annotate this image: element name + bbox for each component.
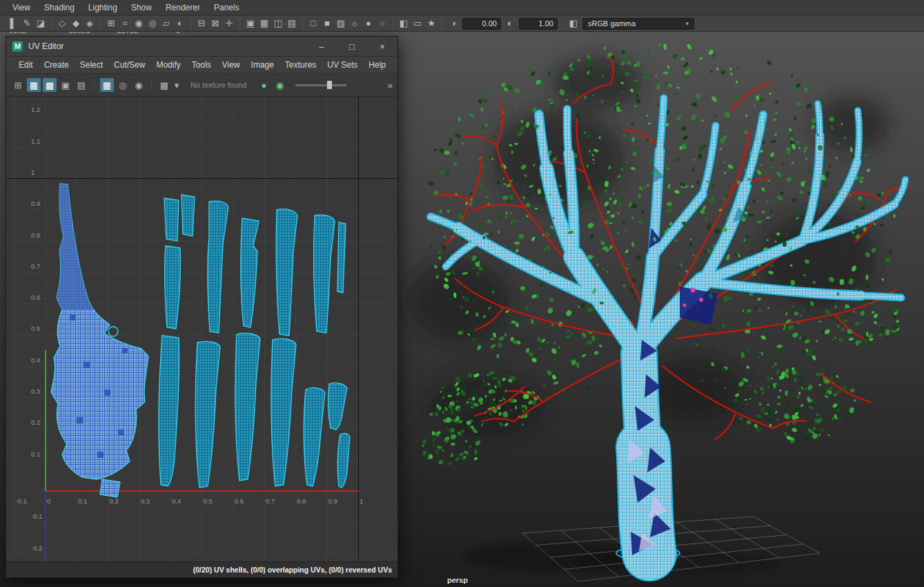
uv-menu-cutsew[interactable]: Cut/Sew bbox=[108, 59, 150, 71]
window-controls: –□× bbox=[306, 37, 397, 56]
uv-editor-toolbar: ⊞▦▩▣▤ ▦◎◉ ▩ ▾ No texture found ●◉ » bbox=[6, 74, 397, 97]
close-button[interactable]: × bbox=[367, 37, 397, 56]
make-live-icon[interactable]: ◐ bbox=[174, 18, 186, 29]
field-chart-icon[interactable]: ▭ bbox=[411, 18, 424, 29]
snap-viewplane-icon[interactable]: ▱ bbox=[160, 18, 173, 29]
menu-shading[interactable]: Shading bbox=[37, 1, 81, 14]
uv-status-bar: (0/20) UV shells, (0/0) overlapping UVs,… bbox=[6, 561, 397, 577]
snap-point-icon[interactable]: ◉ bbox=[132, 18, 145, 29]
outliner-pane-icon[interactable]: ▤ bbox=[286, 18, 298, 29]
isolate-select-icon[interactable]: ◧ bbox=[397, 18, 410, 29]
menu-show[interactable]: Show bbox=[124, 1, 159, 14]
uv-menu-help[interactable]: Help bbox=[363, 59, 391, 71]
uv-menu-modify[interactable]: Modify bbox=[150, 59, 186, 71]
uv-menu-uvsets[interactable]: UV Sets bbox=[322, 59, 363, 71]
view-transform-value: sRGB gamma bbox=[588, 19, 636, 29]
wireframe-mode-icon[interactable]: □ bbox=[307, 18, 320, 29]
uv-menu-select[interactable]: Select bbox=[75, 59, 108, 71]
four-pane-icon[interactable]: ▦ bbox=[258, 18, 271, 29]
minimize-button[interactable]: – bbox=[306, 37, 337, 56]
maximize-button[interactable]: □ bbox=[337, 37, 367, 56]
gamma-icon[interactable]: ◐ bbox=[504, 18, 516, 29]
lights-mode-icon[interactable]: ☼ bbox=[348, 18, 361, 29]
uv-grid-icon[interactable]: ▦ bbox=[100, 78, 114, 92]
single-pane-icon[interactable]: ▣ bbox=[244, 18, 257, 29]
menu-panels[interactable]: Panels bbox=[207, 1, 246, 14]
material-sphere2-icon[interactable]: ◉ bbox=[273, 78, 286, 92]
uv-canvas[interactable] bbox=[6, 97, 397, 561]
menu-renderer[interactable]: Renderer bbox=[159, 1, 207, 14]
viewport-toolbar: ▌✎◪ ◇◆◈ ⊞≈◉◎▱◐ ⊟⊠✛ ▣▦◫▤ □■▨☼●○ ◧▭★ ◑ 0.0… bbox=[0, 16, 924, 32]
uv-pixel-snap-icon[interactable]: ◎ bbox=[116, 78, 130, 92]
bookmark-icon[interactable]: ★ bbox=[425, 18, 438, 29]
uv-editor-titlebar[interactable]: M UV Editor –□× bbox=[6, 37, 397, 57]
xray-mode-icon[interactable]: ○ bbox=[376, 18, 389, 29]
uv-menu-create[interactable]: Create bbox=[39, 59, 75, 71]
uv-shaded-icon[interactable]: ▩ bbox=[43, 78, 57, 92]
uv-checker-icon[interactable]: ▦ bbox=[27, 78, 41, 92]
select-component-icon[interactable]: ◈ bbox=[83, 18, 96, 29]
uv-menu-textures[interactable]: Textures bbox=[279, 59, 322, 71]
uv-menu-image[interactable]: Image bbox=[246, 59, 279, 71]
texture-dim-slider[interactable] bbox=[295, 84, 346, 86]
shadows-mode-icon[interactable]: ● bbox=[362, 18, 375, 29]
chevron-down-icon: ▾ bbox=[676, 19, 689, 29]
viewport-menubar: ViewShadingLightingShowRendererPanels bbox=[0, 0, 924, 16]
select-hierarchy-icon[interactable]: ◇ bbox=[56, 18, 68, 29]
uv-editor-menubar: EditCreateSelectCut/SewModifyToolsViewIm… bbox=[6, 57, 397, 74]
uv-shells[interactable] bbox=[51, 184, 350, 497]
grip-icon[interactable]: ▌ bbox=[7, 18, 19, 29]
slider-knob[interactable] bbox=[327, 81, 332, 89]
window-title: UV Editor bbox=[28, 41, 63, 51]
toolbar-overflow-icon[interactable]: » bbox=[388, 80, 393, 90]
uv-grid-area[interactable]: 1.21.110.90.80.70.60.50.40.30.20.1-0.1-0… bbox=[6, 97, 397, 561]
material-sphere-icon[interactable]: ● bbox=[257, 78, 271, 92]
maya-logo-icon: M bbox=[12, 41, 23, 52]
snap-projected-icon[interactable]: ◎ bbox=[146, 18, 159, 29]
menu-lighting[interactable]: Lighting bbox=[81, 1, 124, 14]
snap-grid-icon[interactable]: ⊞ bbox=[105, 18, 117, 29]
texture-checker-icon[interactable]: ▩ bbox=[157, 78, 171, 92]
gamma-field[interactable]: 1.00 bbox=[519, 18, 558, 30]
uv-editor-window: M UV Editor –□× EditCreateSelectCut/SewM… bbox=[6, 36, 398, 578]
uv-distortion-icon[interactable]: ⊞ bbox=[11, 78, 25, 92]
uv-menu-view[interactable]: View bbox=[217, 59, 246, 71]
shaded-mode-icon[interactable]: ■ bbox=[321, 18, 333, 29]
uv-menu-edit[interactable]: Edit bbox=[13, 59, 39, 71]
uv-texture-view-icon[interactable]: ▤ bbox=[75, 78, 88, 92]
uv-border-icon[interactable]: ▣ bbox=[59, 78, 72, 92]
input-connections-icon[interactable]: ⊟ bbox=[195, 18, 208, 29]
eraser-tool-icon[interactable]: ◪ bbox=[35, 18, 47, 29]
uv-menu-tools[interactable]: Tools bbox=[186, 59, 217, 71]
pane-layouts-icon[interactable]: ◫ bbox=[272, 18, 284, 29]
uv-shell-stats: (0/20) UV shells, (0/0) overlapping UVs,… bbox=[193, 566, 392, 574]
snap-curve-icon[interactable]: ≈ bbox=[119, 18, 131, 29]
color-management-icon[interactable]: ◧ bbox=[567, 18, 580, 29]
textured-mode-icon[interactable]: ▨ bbox=[335, 18, 347, 29]
uv-shell-hole bbox=[108, 327, 118, 336]
uv-isolate-icon[interactable]: ◉ bbox=[132, 78, 146, 92]
exposure-icon[interactable]: ◑ bbox=[447, 18, 460, 29]
view-transform-dropdown[interactable]: sRGB gamma ▾ bbox=[582, 18, 694, 30]
construction-history-icon[interactable]: ✛ bbox=[223, 18, 235, 29]
menu-view[interactable]: View bbox=[6, 1, 37, 14]
no-texture-label: No texture found bbox=[190, 81, 246, 89]
pencil-tool-icon[interactable]: ✎ bbox=[21, 18, 33, 29]
output-connections-icon[interactable]: ⊠ bbox=[209, 18, 222, 29]
camera-label: persp bbox=[447, 576, 468, 584]
exposure-field[interactable]: 0.00 bbox=[462, 18, 501, 30]
texture-dropdown-arrow-icon[interactable]: ▾ bbox=[173, 78, 180, 92]
select-object-icon[interactable]: ◆ bbox=[70, 18, 82, 29]
